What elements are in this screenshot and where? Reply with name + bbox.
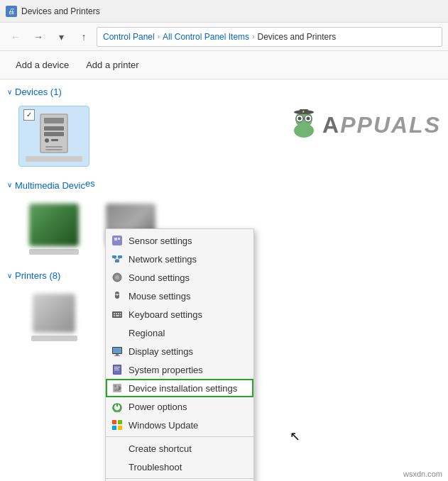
menu-label-network: Network settings — [129, 254, 197, 265]
menu-item-shortcut[interactable]: Create shortcut — [106, 439, 253, 458]
menu-item-keyboard[interactable]: Keyboard settings — [106, 305, 253, 324]
back-button[interactable]: ← — [6, 27, 26, 47]
menu-label-mouse: Mouse settings — [129, 291, 190, 302]
add-printer-button[interactable]: Add a printer — [79, 57, 146, 73]
devices-label: Devices (1) — [15, 87, 62, 97]
menu-item-system[interactable]: System properties — [106, 360, 253, 379]
svg-rect-57 — [118, 420, 122, 424]
printer-device-icon-1 — [33, 294, 75, 333]
shortcut-icon — [111, 443, 123, 454]
menu-item-windows-update[interactable]: Windows Update — [106, 416, 253, 434]
dropdown-button[interactable]: ▾ — [51, 27, 71, 47]
menu-label-regional: Regional — [129, 328, 165, 338]
context-menu: Sensor settings Network settings Sound s… — [105, 228, 254, 481]
svg-rect-41 — [113, 348, 121, 353]
menu-label-sensor: Sensor settings — [129, 236, 192, 246]
menu-label-shortcut: Create shortcut — [129, 443, 192, 454]
title-bar: 🖨 Devices and Printers — [0, 0, 448, 23]
svg-rect-13 — [44, 126, 64, 131]
svg-line-25 — [114, 258, 117, 260]
svg-point-28 — [115, 275, 119, 280]
appuals-icon: ★ — [287, 108, 321, 142]
add-device-button[interactable]: Add a device — [9, 57, 76, 73]
devices-section-header[interactable]: ∨ Devices (1) — [7, 87, 441, 97]
svg-rect-50 — [114, 385, 116, 387]
forward-button[interactable]: → — [28, 27, 48, 47]
breadcrumb-current: Devices and Printers — [257, 32, 336, 42]
device-item-computer[interactable] — [18, 106, 89, 167]
title-bar-icon: 🖨 — [6, 6, 17, 17]
breadcrumb-control-panel[interactable]: Control Panel — [103, 32, 155, 42]
menu-item-display[interactable]: Display settings — [106, 342, 253, 360]
multimedia-chevron: ∨ — [7, 181, 12, 189]
device-install-icon — [111, 382, 123, 394]
svg-rect-48 — [114, 370, 119, 370]
svg-rect-56 — [112, 420, 116, 424]
network-icon — [111, 253, 123, 265]
title-bar-text: Devices and Printers — [21, 6, 100, 16]
breadcrumb: Control Panel › All Control Panel Items … — [97, 27, 442, 47]
menu-label-troubleshoot: Troubleshoot — [129, 462, 182, 472]
menu-item-sound[interactable]: Sound settings — [106, 268, 253, 287]
svg-rect-59 — [118, 426, 122, 430]
menu-item-regional[interactable]: Regional — [106, 324, 253, 342]
svg-rect-22 — [112, 255, 116, 258]
sensor-icon — [111, 235, 123, 246]
svg-rect-20 — [114, 238, 117, 240]
keyboard-icon — [111, 309, 123, 320]
devices-chevron: ∨ — [7, 88, 12, 96]
printer-device-label-1 — [31, 336, 77, 341]
svg-point-15 — [45, 138, 49, 143]
computer-tower-icon — [31, 111, 77, 156]
menu-item-troubleshoot[interactable]: Troubleshoot — [106, 458, 253, 476]
svg-rect-18 — [45, 149, 62, 150]
troubleshoot-icon — [111, 461, 123, 472]
regional-icon — [111, 327, 123, 338]
svg-rect-43 — [114, 355, 120, 356]
multimedia-device-1[interactable] — [18, 199, 89, 259]
printers-label: Printers (8) — [15, 270, 60, 281]
menu-separator-1 — [106, 436, 253, 437]
svg-rect-52 — [114, 390, 119, 391]
svg-rect-32 — [112, 311, 122, 318]
menu-label-device-install: Device installation settings — [129, 383, 237, 394]
multimedia-section-header[interactable]: ∨ Multimedia Devices — [7, 178, 441, 191]
multimedia-label: Multimedia Devices — [15, 178, 95, 191]
up-button[interactable]: ↑ — [74, 27, 94, 47]
svg-rect-34 — [116, 313, 117, 314]
multimedia-device-icon-1 — [29, 204, 79, 246]
svg-rect-36 — [120, 313, 121, 314]
breadcrumb-all-items[interactable]: All Control Panel Items — [163, 32, 249, 42]
svg-point-6 — [307, 117, 310, 121]
menu-item-power[interactable]: Power options — [106, 397, 253, 416]
svg-rect-33 — [114, 313, 115, 314]
menu-item-network[interactable]: Network settings — [106, 250, 253, 268]
menu-label-keyboard: Keyboard settings — [129, 309, 202, 320]
sound-icon — [111, 272, 123, 283]
svg-rect-24 — [115, 260, 119, 262]
svg-rect-12 — [44, 118, 64, 123]
appuals-text: APPUALS — [322, 112, 441, 138]
menu-item-sensor[interactable]: Sensor settings — [106, 231, 253, 250]
address-bar: ← → ▾ ↑ Control Panel › All Control Pane… — [0, 23, 448, 51]
multimedia-device-label-1 — [29, 249, 79, 255]
power-icon — [111, 401, 123, 412]
printer-device-1[interactable] — [18, 289, 89, 345]
toolbar: Add a device Add a printer — [0, 51, 448, 79]
svg-rect-58 — [112, 426, 116, 430]
svg-rect-21 — [118, 238, 120, 240]
menu-item-device-install[interactable]: Device installation settings — [106, 379, 253, 397]
svg-rect-17 — [45, 146, 62, 148]
mouse-icon — [111, 290, 123, 302]
display-icon — [111, 345, 123, 357]
windows-update-icon — [111, 419, 123, 431]
menu-label-display: Display settings — [129, 346, 193, 357]
system-icon — [111, 364, 123, 375]
svg-rect-39 — [120, 315, 121, 316]
svg-rect-47 — [114, 368, 119, 369]
svg-rect-38 — [116, 315, 119, 316]
svg-rect-23 — [118, 255, 122, 258]
svg-rect-16 — [51, 139, 58, 141]
menu-label-sound: Sound settings — [129, 272, 190, 283]
menu-item-mouse[interactable]: Mouse settings — [106, 287, 253, 305]
